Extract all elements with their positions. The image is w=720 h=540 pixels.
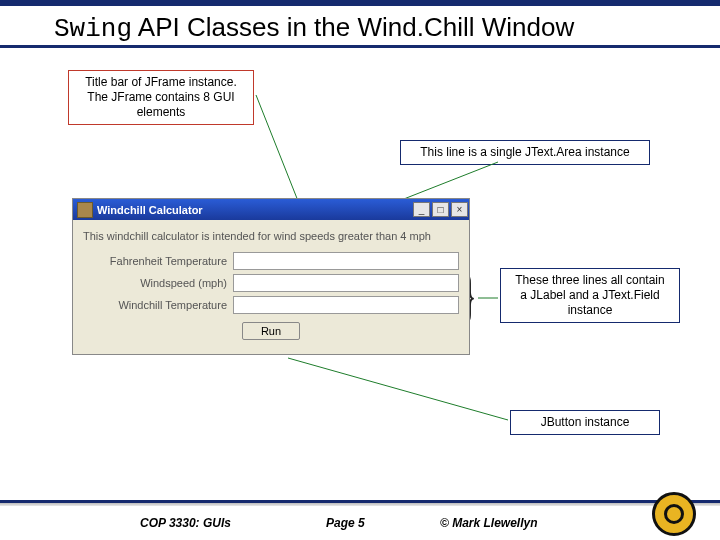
field-row-2: Windchill Temperature bbox=[83, 296, 459, 314]
window-body: This windchill calculator is intended fo… bbox=[72, 220, 470, 355]
svg-line-3 bbox=[288, 358, 508, 420]
jtextarea-description: This windchill calculator is intended fo… bbox=[83, 230, 459, 242]
footer-page: Page 5 bbox=[326, 516, 365, 530]
ucf-logo bbox=[652, 492, 696, 536]
callout-textarea: This line is a single JText.Area instanc… bbox=[400, 140, 650, 165]
title-rest: API Classes in the Wind.Chill Window bbox=[132, 12, 574, 42]
footer-course: COP 3330: GUIs bbox=[140, 516, 231, 530]
title-mono: Swing bbox=[54, 14, 132, 44]
minimize-button[interactable]: _ bbox=[413, 202, 430, 217]
footer: COP 3330: GUIs Page 5 © Mark Llewellyn bbox=[0, 506, 720, 540]
jtextfield-fahrenheit[interactable] bbox=[233, 252, 459, 270]
field-row-1: Windspeed (mph) bbox=[83, 274, 459, 292]
run-button[interactable]: Run bbox=[242, 322, 300, 340]
callout-three-lines: These three lines all contain a JLabel a… bbox=[500, 268, 680, 323]
field-row-0: Fahrenheit Temperature bbox=[83, 252, 459, 270]
callout-titlebar: Title bar of JFrame instance. The JFrame… bbox=[68, 70, 254, 125]
button-row: Run bbox=[83, 322, 459, 340]
footer-copyright: © Mark Llewellyn bbox=[440, 516, 538, 530]
logo-inner bbox=[664, 504, 684, 524]
jlabel-fahrenheit: Fahrenheit Temperature bbox=[83, 255, 233, 267]
title-band: Swing API Classes in the Wind.Chill Wind… bbox=[0, 6, 720, 48]
windchill-window: Windchill Calculator _ □ × This windchil… bbox=[72, 198, 470, 355]
jlabel-windspeed: Windspeed (mph) bbox=[83, 277, 233, 289]
maximize-button[interactable]: □ bbox=[432, 202, 449, 217]
callout-button: JButton instance bbox=[510, 410, 660, 435]
jlabel-windchill: Windchill Temperature bbox=[83, 299, 233, 311]
window-title-text: Windchill Calculator bbox=[97, 204, 412, 216]
jtextfield-windchill[interactable] bbox=[233, 296, 459, 314]
page-title: Swing API Classes in the Wind.Chill Wind… bbox=[0, 6, 720, 44]
window-titlebar: Windchill Calculator _ □ × bbox=[72, 198, 470, 220]
svg-line-0 bbox=[256, 95, 300, 206]
java-cup-icon bbox=[77, 202, 93, 218]
close-button[interactable]: × bbox=[451, 202, 468, 217]
jtextfield-windspeed[interactable] bbox=[233, 274, 459, 292]
